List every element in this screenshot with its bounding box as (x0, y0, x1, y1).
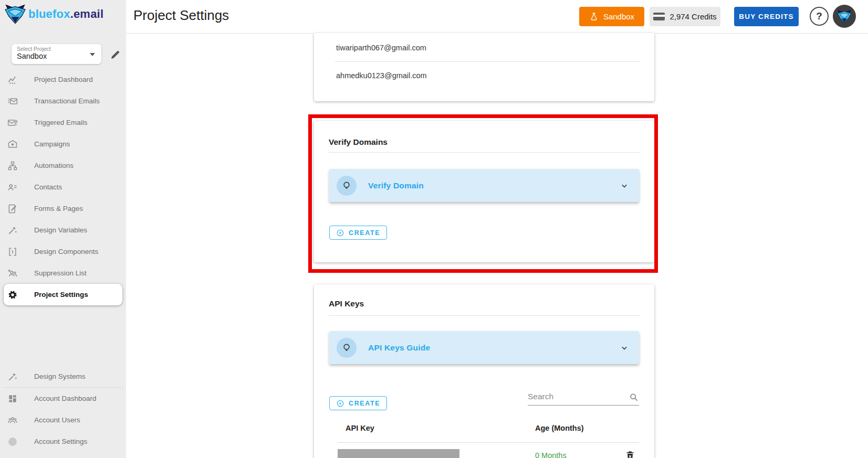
api-keys-guide-accordion[interactable]: API Keys Guide (329, 331, 639, 364)
sidebar-item-label: Transactional Emails (34, 97, 100, 105)
sidebar-item-label: Campaigns (34, 140, 70, 148)
guide-title: API Keys Guide (368, 343, 430, 353)
sidebar-item-label: Account Dashboard (34, 395, 97, 402)
search-field (528, 389, 639, 406)
components-icon (7, 247, 18, 257)
age-value: 0 Months (535, 451, 567, 458)
email-alert-icon (7, 118, 18, 128)
table-header-row: API Key Age (Months) (346, 424, 584, 432)
sidebar: bluefox.email Select Project Sandbox Pro… (0, 0, 126, 458)
delete-icon[interactable] (625, 450, 635, 458)
fox-avatar-icon (836, 9, 852, 24)
question-mark-icon: ? (816, 10, 822, 22)
suppression-icon (7, 268, 18, 279)
search-input[interactable] (528, 389, 623, 401)
sidebar-item-account-dashboard[interactable]: Account Dashboard (0, 388, 126, 409)
buy-credits-button[interactable]: BUY CREDITS (734, 7, 799, 26)
user-avatar[interactable] (833, 5, 856, 28)
table-divider (338, 442, 639, 443)
sidebar-item-label: Design Components (34, 248, 98, 255)
email-list-icon (7, 96, 18, 106)
fox-logo-icon (4, 4, 27, 25)
sidebar-item-project-settings[interactable]: Project Settings (4, 284, 122, 305)
lightbulb-icon (341, 180, 352, 191)
sidebar-item-design-systems[interactable]: Design Systems (0, 366, 126, 387)
chevron-down-icon[interactable] (619, 343, 630, 353)
sidebar-item-project-dashboard[interactable]: Project Dashboard (0, 69, 126, 90)
sidebar-item-label: Contacts (34, 183, 62, 191)
sidebar-item-label: Forms & Pages (34, 205, 83, 212)
lightbulb-icon (341, 342, 352, 354)
api-key-redacted (338, 449, 459, 458)
help-button[interactable]: ? (810, 7, 829, 26)
sidebar-item-forms-pages[interactable]: Forms & Pages (0, 198, 126, 219)
chart-icon (7, 74, 18, 85)
edit-project-button[interactable] (109, 48, 122, 61)
sidebar-item-suppression-list[interactable]: Suppression List (0, 262, 126, 284)
page-title: Project Settings (133, 7, 229, 24)
chevron-down-icon[interactable] (619, 180, 630, 191)
verify-domains-card: Verify Domains Verify Domain CREATE (314, 121, 654, 262)
sidebar-item-account-users[interactable]: Account Users (0, 409, 126, 431)
app-header: Project Settings Sandbox 2,974 Credits B… (126, 0, 868, 34)
search-icon (629, 392, 639, 402)
verify-domain-guide-accordion[interactable]: Verify Domain (329, 169, 639, 202)
sidebar-item-label: Design Variables (34, 226, 87, 234)
credits-label: 2,974 Credits (670, 12, 716, 21)
sidebar-item-label: Project Settings (34, 291, 88, 299)
campaign-icon (7, 139, 18, 150)
email-row: ahmedku0123@gmail.com (336, 71, 427, 80)
sending-emails-card: tiwariparth067@gmail.com ahmedku0123@gma… (314, 33, 654, 101)
users-icon (7, 415, 18, 425)
sidebar-item-label: Account Users (34, 416, 80, 424)
contacts-icon (7, 182, 18, 193)
sidebar-item-label: Automations (34, 162, 74, 169)
sandbox-label: Sandbox (603, 12, 634, 21)
plus-circle-icon (336, 399, 344, 408)
column-header-api-key: API Key (346, 424, 535, 432)
create-domain-button[interactable]: CREATE (329, 226, 387, 240)
brand-logo[interactable]: bluefox.email (4, 4, 103, 25)
wand-icon (7, 371, 18, 382)
sidebar-item-label: Account Settings (34, 438, 87, 445)
sidebar-item-design-components[interactable]: Design Components (0, 241, 126, 262)
sandbox-environment-button[interactable]: Sandbox (579, 7, 644, 26)
brand-wordmark: bluefox.email (28, 7, 103, 21)
chevron-down-icon (90, 53, 95, 56)
sidebar-item-transactional-emails[interactable]: Transactional Emails (0, 90, 126, 112)
sidebar-item-label: Design Systems (34, 372, 86, 380)
form-pencil-icon (7, 204, 18, 214)
guide-title: Verify Domain (368, 181, 424, 190)
sidebar-item-contacts[interactable]: Contacts (0, 176, 126, 198)
credit-card-icon (653, 13, 665, 20)
automation-icon (7, 161, 18, 171)
gear-icon (7, 290, 18, 300)
dashboard-icon (7, 393, 18, 404)
sidebar-item-campaigns[interactable]: Campaigns (0, 133, 126, 155)
credits-chip[interactable]: 2,974 Credits (650, 7, 720, 26)
project-select[interactable]: Select Project Sandbox (12, 44, 101, 64)
app-root: { "brand": {"logo_primary": "bluefox", "… (0, 0, 868, 458)
section-divider (329, 152, 640, 153)
project-select-value: Sandbox (17, 52, 96, 61)
sidebar-item-label: Triggered Emails (34, 119, 88, 126)
sidebar-item-automations[interactable]: Automations (0, 155, 126, 176)
wand-icon (7, 225, 18, 236)
avatar-circle-icon (7, 436, 18, 447)
column-header-age: Age (Months) (535, 424, 584, 432)
plus-circle-icon (336, 229, 344, 237)
sidebar-item-label: Project Dashboard (34, 76, 93, 83)
sidebar-item-label: Suppression List (34, 269, 87, 277)
row-divider (335, 61, 640, 62)
sidebar-item-design-variables[interactable]: Design Variables (0, 219, 126, 241)
section-title: Verify Domains (329, 137, 388, 147)
create-api-key-button[interactable]: CREATE (329, 396, 387, 410)
project-select-label: Select Project (17, 46, 96, 52)
flask-icon (589, 12, 599, 22)
sidebar-item-triggered-emails[interactable]: Triggered Emails (0, 112, 126, 133)
section-divider (329, 315, 640, 316)
sidebar-item-account-settings[interactable]: Account Settings (0, 431, 126, 452)
api-keys-card: API Keys API Keys Guide CREATE API Key A… (314, 284, 654, 458)
section-title: API Keys (329, 299, 364, 308)
email-row: tiwariparth067@gmail.com (336, 44, 426, 52)
